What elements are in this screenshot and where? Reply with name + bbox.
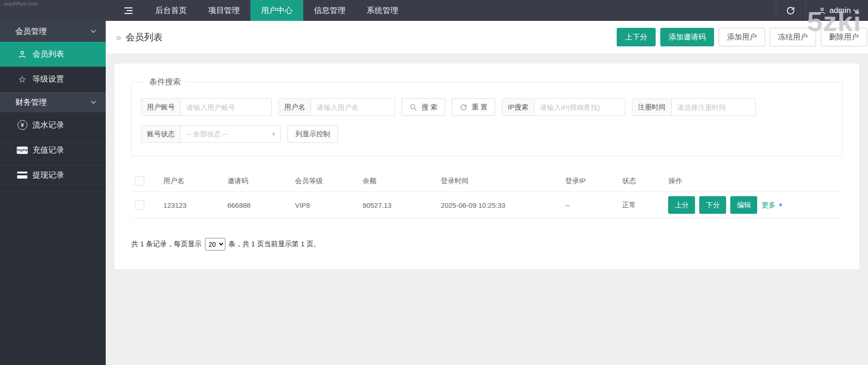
freeze-user-button[interactable]: 冻结用户 <box>770 28 816 46</box>
content-area: » 会员列表 上下分 添加邀请码 添加用户 冻结用户 删除用户 条件搜索 <box>106 21 868 365</box>
register-time-label: 注册时间 <box>632 99 672 115</box>
sidebar-item-member-list[interactable]: 会员列表 <box>0 42 106 67</box>
app-root: svip99fym.com 后台首页 项目管理 用户中心 信息管理 系统管理 <box>0 0 868 365</box>
sidebar-item-label: 充值记录 <box>32 145 64 155</box>
nav-item-system[interactable]: 系统管理 <box>356 0 409 21</box>
content-body: 条件搜索 用户账号 用户名 <box>106 53 868 365</box>
paypal-icon: PayPal <box>17 147 28 154</box>
breadcrumb-arrows-icon: » <box>116 32 121 43</box>
members-table: 用户名 邀请码 会员等级 余额 登录时间 登录IP 状态 操作 <box>131 170 842 218</box>
row-actions: 上分 下分 编辑 更多 ▼ <box>668 196 839 214</box>
status-badge: 正常 <box>619 192 665 218</box>
user-icon <box>17 50 28 59</box>
sidebar-group-member-management[interactable]: 会员管理 <box>0 21 106 42</box>
ip-search-input[interactable] <box>535 99 625 115</box>
hamburger-icon[interactable] <box>118 0 139 21</box>
cell-login-ip: -- <box>562 192 619 218</box>
page-header: » 会员列表 上下分 添加邀请码 添加用户 冻结用户 删除用户 <box>106 21 868 53</box>
username-field-group: 用户名 <box>278 98 395 116</box>
refresh-icon <box>786 6 795 15</box>
col-status: 状态 <box>619 170 665 192</box>
username-input[interactable] <box>311 99 395 115</box>
user-icon <box>818 6 826 15</box>
sidebar-item-label: 提现记录 <box>32 170 64 180</box>
sidebar-item-level-settings[interactable]: ☆ 等级设置 <box>0 67 106 92</box>
more-link[interactable]: 更多 ▼ <box>761 201 783 210</box>
col-actions: 操作 <box>664 170 842 192</box>
score-down-button[interactable]: 下分 <box>699 196 726 214</box>
sidebar-item-flow-records[interactable]: ¥ 流水记录 <box>0 113 106 138</box>
col-login-time: 登录时间 <box>437 170 562 192</box>
sidebar-group-label: 会员管理 <box>15 26 47 37</box>
select-all-checkbox[interactable] <box>135 176 144 186</box>
account-status-label: 账号状态 <box>141 126 181 142</box>
cell-balance: 90527.13 <box>359 192 437 218</box>
select-caret-icon: ▼ <box>271 132 276 137</box>
cell-username: 123123 <box>160 192 223 218</box>
topbar: svip99fym.com 后台首页 项目管理 用户中心 信息管理 系统管理 <box>0 0 868 21</box>
cell-login-time: 2025-06-09 10:25:33 <box>437 192 562 218</box>
add-invite-code-button[interactable]: 添加邀请码 <box>660 28 714 46</box>
search-icon <box>409 103 417 111</box>
account-status-field-group: 账号状态 -- 全部状态 -- ▼ <box>141 125 281 143</box>
card-icon <box>17 172 28 179</box>
sidebar-item-label: 流水记录 <box>32 120 64 130</box>
edit-button[interactable]: 编辑 <box>730 196 757 214</box>
column-control-button[interactable]: 列显示控制 <box>287 125 338 143</box>
ip-search-field-group: IP搜索 <box>502 98 625 116</box>
account-status-select[interactable]: -- 全部状态 -- ▼ <box>181 126 281 142</box>
sidebar-item-label: 会员列表 <box>32 49 64 59</box>
row-checkbox[interactable] <box>135 200 144 210</box>
register-time-input[interactable] <box>672 99 755 115</box>
nav-item-user-center[interactable]: 用户中心 <box>250 0 303 21</box>
table-row: 123123 666888 VIP8 90527.13 2025-06-09 1… <box>131 192 842 218</box>
yen-circle-icon: ¥ <box>17 120 28 130</box>
search-row-1: 用户账号 用户名 <box>141 98 833 116</box>
search-button[interactable]: 搜 索 <box>402 98 445 116</box>
page-title: 会员列表 <box>126 31 163 44</box>
score-updown-button[interactable]: 上下分 <box>617 28 656 46</box>
nav-item-home[interactable]: 后台首页 <box>145 0 198 21</box>
col-username: 用户名 <box>160 170 223 192</box>
delete-user-button[interactable]: 删除用户 <box>821 28 867 46</box>
cell-invite-code: 666888 <box>223 192 291 218</box>
pagination: 共 1 条记录，每页显示 20 条，共 1 页当前显示第 1 页。 <box>131 238 842 250</box>
ip-search-label: IP搜索 <box>502 99 534 115</box>
top-navigation: 后台首页 项目管理 用户中心 信息管理 系统管理 <box>145 0 409 21</box>
caret-down-icon: ▼ <box>778 202 783 208</box>
chevron-down-icon <box>91 28 96 33</box>
username-label: admin <box>830 6 851 15</box>
score-up-button[interactable]: 上分 <box>668 196 695 214</box>
breadcrumb: » 会员列表 <box>116 31 163 44</box>
sidebar-group-finance-management[interactable]: 财务管理 <box>0 92 106 113</box>
topbar-right: admin <box>776 0 868 21</box>
add-user-button[interactable]: 添加用户 <box>719 28 765 46</box>
reset-icon <box>460 103 467 111</box>
sidebar-item-label: 等级设置 <box>32 74 64 84</box>
header-actions: 上下分 添加邀请码 添加用户 冻结用户 删除用户 <box>617 28 867 46</box>
username-field-label: 用户名 <box>279 99 311 115</box>
reset-button[interactable]: 重 置 <box>452 98 495 116</box>
sidebar-item-recharge-records[interactable]: PayPal 充值记录 <box>0 138 106 163</box>
col-invite-code: 邀请码 <box>223 170 291 192</box>
account-input[interactable] <box>181 99 271 115</box>
nav-item-projects[interactable]: 项目管理 <box>198 0 250 21</box>
refresh-button[interactable] <box>776 0 805 21</box>
pagination-suffix: 条，共 1 页当前显示第 1 页。 <box>229 240 320 249</box>
col-level: 会员等级 <box>291 170 359 192</box>
sidebar-item-withdraw-records[interactable]: 提现记录 <box>0 163 106 188</box>
corner-watermark: svip99fym.com <box>4 1 38 6</box>
account-field-group: 用户账号 <box>141 98 272 116</box>
star-icon: ☆ <box>17 75 28 84</box>
chevron-down-icon <box>91 99 96 104</box>
register-time-field-group: 注册时间 <box>632 98 756 116</box>
page-size-select[interactable]: 20 <box>205 238 225 250</box>
pagination-prefix: 共 1 条记录，每页显示 <box>131 240 202 249</box>
member-list-panel: 条件搜索 用户账号 用户名 <box>115 64 859 269</box>
account-status-value: -- 全部状态 -- <box>186 130 227 139</box>
nav-item-info[interactable]: 信息管理 <box>303 0 356 21</box>
user-menu[interactable]: admin <box>805 0 868 21</box>
cell-level: VIP8 <box>291 192 359 218</box>
account-field-label: 用户账号 <box>141 99 181 115</box>
search-legend: 条件搜索 <box>145 77 185 87</box>
